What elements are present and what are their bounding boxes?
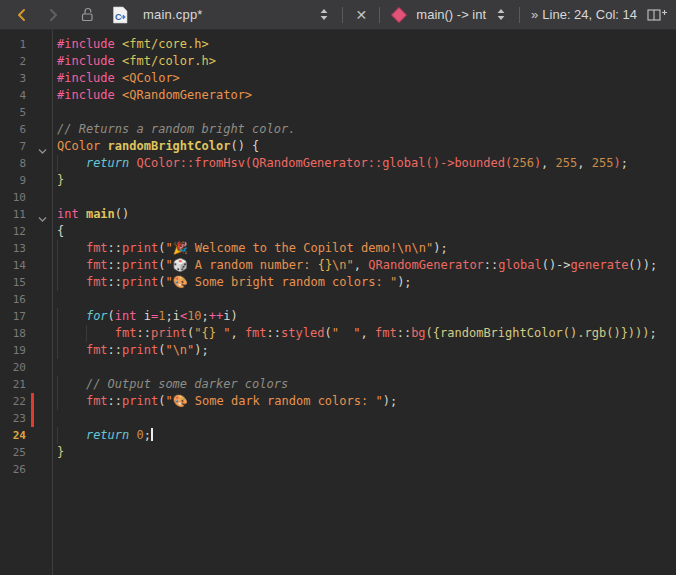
token-num: 0 — [137, 428, 144, 442]
gutter-margin — [26, 189, 52, 206]
code-line[interactable]: 3#include <QColor> — [0, 70, 676, 87]
vcs-change-indicator — [31, 325, 34, 342]
indent-guide — [57, 376, 58, 393]
document-dropdown-button[interactable] — [315, 3, 333, 27]
gutter-margin — [26, 53, 52, 70]
token-fn: randomBrightColor — [108, 139, 231, 153]
gutter-margin — [26, 121, 52, 138]
code-line[interactable]: 7QColor randomBrightColor() { — [0, 138, 676, 155]
overflow-chevrons[interactable]: » — [531, 7, 538, 22]
gutter-margin — [26, 410, 52, 427]
token-call: global — [498, 258, 541, 272]
token-pun: ;i — [165, 309, 179, 323]
gutter-margin — [26, 104, 52, 121]
code-line[interactable]: 8 return QColor::fromHsv(QRandomGenerato… — [0, 155, 676, 172]
code-line[interactable]: 17 for(int i=1;i<10;++i) — [0, 308, 676, 325]
code-text — [52, 461, 676, 478]
cursor-position-label: Line: 24, Col: 14 — [542, 7, 637, 22]
code-line[interactable]: 18 fmt::print("{} ", fmt::styled(" ", fm… — [0, 325, 676, 342]
token-pun: ()-> — [542, 258, 571, 272]
code-line[interactable]: 15 fmt::print("🎨 Some bright random colo… — [0, 274, 676, 291]
line-number: 20 — [0, 359, 26, 376]
line-number: 15 — [0, 274, 26, 291]
token-pun: :: — [136, 326, 150, 340]
toolbar-separator — [519, 7, 520, 23]
gutter-margin — [26, 36, 52, 53]
current-symbol-label[interactable]: main() -> int — [416, 7, 486, 22]
forward-button[interactable] — [45, 3, 63, 27]
line-number: 19 — [0, 342, 26, 359]
token-pun: ; — [650, 326, 657, 340]
gutter-margin — [26, 155, 52, 172]
close-document-button[interactable]: ✕ — [352, 3, 370, 27]
line-number: 9 — [0, 172, 26, 189]
code-line[interactable]: 5 — [0, 104, 676, 121]
token-pun: ); — [397, 275, 411, 289]
token-call: styled — [281, 326, 324, 340]
token-fn: main — [86, 207, 115, 221]
token-pun: :: — [108, 258, 122, 272]
vcs-change-indicator — [31, 138, 34, 155]
gutter-margin — [26, 325, 52, 342]
document-icon-button[interactable]: C — [111, 3, 129, 27]
code-text: fmt::print("🎲 A random number: {}\n", QR… — [52, 257, 676, 274]
code-editor[interactable]: 1#include <fmt/core.h>2#include <fmt/col… — [0, 30, 676, 575]
vcs-change-indicator — [31, 444, 34, 461]
code-line[interactable]: 1#include <fmt/core.h> — [0, 36, 676, 53]
indent-guide — [57, 325, 58, 342]
code-line[interactable]: 23 — [0, 410, 676, 427]
vcs-change-indicator — [31, 70, 34, 87]
back-button[interactable] — [12, 3, 30, 27]
symbol-dropdown-button[interactable] — [492, 3, 510, 27]
vcs-change-indicator — [31, 461, 34, 478]
token-pun — [115, 88, 122, 102]
indent-guide — [57, 240, 58, 257]
line-number: 12 — [0, 223, 26, 240]
line-number: 3 — [0, 70, 26, 87]
code-line[interactable]: 19 fmt::print("\n"); — [0, 342, 676, 359]
vcs-change-indicator — [31, 206, 34, 223]
code-line[interactable]: 12{ — [0, 223, 676, 240]
token-call: fmt — [86, 275, 108, 289]
token-call: print — [122, 343, 158, 357]
token-str: "🎨 Some bright random colors: " — [165, 275, 397, 289]
code-text: fmt::print("\n"); — [52, 342, 676, 359]
token-kw: int — [57, 207, 79, 221]
code-line[interactable]: 26 — [0, 461, 676, 478]
toolbar-left-group: C main.cpp* — [0, 3, 203, 27]
token-call: fmt — [375, 326, 397, 340]
line-number: 8 — [0, 155, 26, 172]
code-line[interactable]: 2#include <fmt/color.h> — [0, 53, 676, 70]
code-line[interactable]: 6// Returns a random bright color. — [0, 121, 676, 138]
split-editor-button[interactable] — [647, 3, 668, 27]
code-line[interactable]: 16 — [0, 291, 676, 308]
code-text: return QColor::fromHsv(QRandomGenerator:… — [52, 155, 676, 172]
token-pl: {} — [202, 326, 216, 340]
code-line[interactable]: 14 fmt::print("🎲 A random number: {}\n",… — [0, 257, 676, 274]
token-pun: ); — [383, 394, 397, 408]
code-text: } — [52, 444, 676, 461]
code-line[interactable]: 22 fmt::print("🎨 Some dark random colors… — [0, 393, 676, 410]
code-line[interactable]: 11int main() — [0, 206, 676, 223]
code-area[interactable]: 1#include <fmt/core.h>2#include <fmt/col… — [0, 36, 676, 478]
token-pun: , — [230, 326, 244, 340]
indent-guide — [57, 257, 58, 274]
token-pun: , — [541, 156, 555, 170]
code-line[interactable]: 13 fmt::print("🎉 Welcome to the Copilot … — [0, 240, 676, 257]
token-pun — [129, 428, 136, 442]
token-call: fmt — [115, 326, 137, 340]
up-down-arrows-icon — [319, 8, 329, 21]
token-call: fmt — [86, 258, 108, 272]
code-line[interactable]: 9} — [0, 172, 676, 189]
code-line[interactable]: 4#include <QRandomGenerator> — [0, 87, 676, 104]
code-line[interactable]: 25} — [0, 444, 676, 461]
code-line[interactable]: 24 return 0; — [0, 427, 676, 444]
vcs-change-indicator — [31, 121, 34, 138]
code-line[interactable]: 10 — [0, 189, 676, 206]
token-pun: :: — [108, 275, 122, 289]
token-call: bg — [411, 326, 425, 340]
code-line[interactable]: 21 // Output some darker colors — [0, 376, 676, 393]
lock-button[interactable] — [78, 3, 96, 27]
code-line[interactable]: 20 — [0, 359, 676, 376]
gutter-margin — [26, 376, 52, 393]
